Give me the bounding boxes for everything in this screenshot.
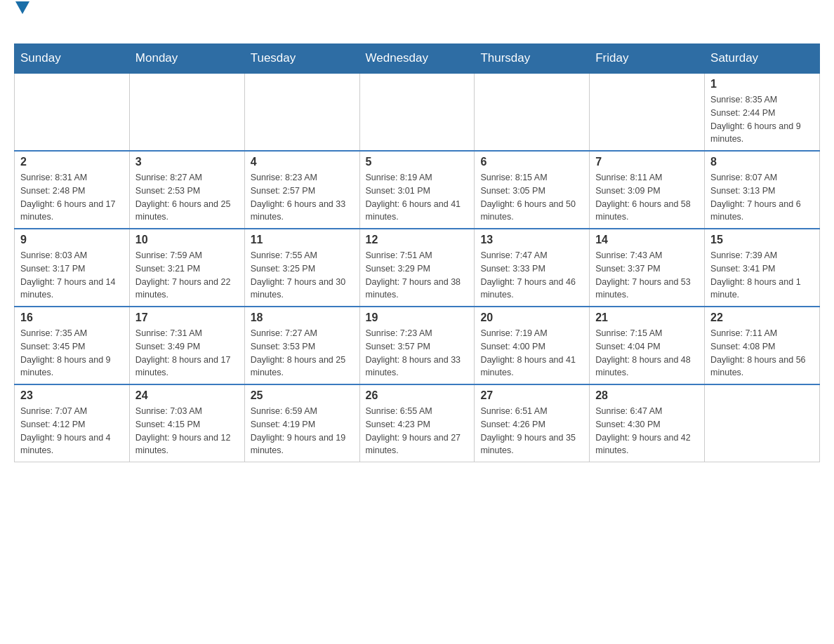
- day-number: 4: [251, 156, 354, 168]
- day-number: 7: [595, 156, 699, 168]
- calendar-cell: [129, 73, 244, 151]
- day-number: 14: [595, 234, 699, 246]
- calendar-cell: 12Sunrise: 7:51 AMSunset: 3:29 PMDayligh…: [359, 229, 475, 307]
- calendar-cell: 22Sunrise: 7:11 AMSunset: 4:08 PMDayligh…: [705, 307, 820, 384]
- day-number: 21: [595, 311, 699, 324]
- day-info: Sunrise: 7:55 AMSunset: 3:25 PMDaylight:…: [251, 249, 354, 302]
- day-number: 28: [595, 389, 699, 402]
- calendar-cell: 14Sunrise: 7:43 AMSunset: 3:37 PMDayligh…: [590, 229, 705, 307]
- calendar-cell: 9Sunrise: 8:03 AMSunset: 3:17 PMDaylight…: [15, 229, 130, 307]
- day-info: Sunrise: 8:27 AMSunset: 2:53 PMDaylight:…: [135, 171, 239, 224]
- day-number: 22: [710, 311, 814, 324]
- weekday-header-row: SundayMondayTuesdayWednesdayThursdayFrid…: [15, 44, 820, 74]
- day-info: Sunrise: 7:47 AMSunset: 3:33 PMDaylight:…: [480, 249, 583, 302]
- day-number: 19: [366, 311, 469, 324]
- calendar-cell: 11Sunrise: 7:55 AMSunset: 3:25 PMDayligh…: [244, 229, 359, 307]
- day-info: Sunrise: 7:07 AMSunset: 4:12 PMDaylight:…: [20, 405, 124, 457]
- day-info: Sunrise: 6:59 AMSunset: 4:19 PMDaylight:…: [251, 405, 354, 457]
- calendar-cell: 15Sunrise: 7:39 AMSunset: 3:41 PMDayligh…: [705, 229, 820, 307]
- week-row-3: 9Sunrise: 8:03 AMSunset: 3:17 PMDaylight…: [15, 229, 820, 307]
- day-info: Sunrise: 7:15 AMSunset: 4:04 PMDaylight:…: [595, 327, 699, 380]
- day-info: Sunrise: 8:03 AMSunset: 3:17 PMDaylight:…: [20, 249, 124, 302]
- calendar-cell: 27Sunrise: 6:51 AMSunset: 4:26 PMDayligh…: [475, 384, 590, 462]
- day-number: 8: [710, 156, 814, 168]
- calendar-cell: 25Sunrise: 6:59 AMSunset: 4:19 PMDayligh…: [244, 384, 359, 462]
- day-info: Sunrise: 7:35 AMSunset: 3:45 PMDaylight:…: [20, 327, 124, 380]
- week-row-5: 23Sunrise: 7:07 AMSunset: 4:12 PMDayligh…: [15, 384, 820, 462]
- week-row-2: 2Sunrise: 8:31 AMSunset: 2:48 PMDaylight…: [15, 151, 820, 229]
- calendar-cell: [359, 73, 475, 151]
- logo: [14, 14, 29, 36]
- logo-blue-text: [14, 14, 29, 36]
- day-info: Sunrise: 7:59 AMSunset: 3:21 PMDaylight:…: [135, 249, 239, 302]
- calendar-cell: 13Sunrise: 7:47 AMSunset: 3:33 PMDayligh…: [475, 229, 590, 307]
- calendar-cell: 21Sunrise: 7:15 AMSunset: 4:04 PMDayligh…: [590, 307, 705, 384]
- calendar-cell: 23Sunrise: 7:07 AMSunset: 4:12 PMDayligh…: [15, 384, 130, 462]
- day-info: Sunrise: 7:27 AMSunset: 3:53 PMDaylight:…: [251, 327, 354, 380]
- weekday-header-thursday: Thursday: [475, 44, 590, 74]
- calendar-cell: 10Sunrise: 7:59 AMSunset: 3:21 PMDayligh…: [129, 229, 244, 307]
- day-info: Sunrise: 7:23 AMSunset: 3:57 PMDaylight:…: [366, 327, 469, 380]
- day-number: 18: [251, 311, 354, 324]
- calendar-cell: [590, 73, 705, 151]
- day-number: 25: [251, 389, 354, 402]
- week-row-4: 16Sunrise: 7:35 AMSunset: 3:45 PMDayligh…: [15, 307, 820, 384]
- day-number: 3: [135, 156, 239, 168]
- day-info: Sunrise: 8:19 AMSunset: 3:01 PMDaylight:…: [366, 171, 469, 224]
- calendar-cell: 18Sunrise: 7:27 AMSunset: 3:53 PMDayligh…: [244, 307, 359, 384]
- day-number: 26: [366, 389, 469, 402]
- day-number: 20: [480, 311, 583, 324]
- day-info: Sunrise: 8:23 AMSunset: 2:57 PMDaylight:…: [251, 171, 354, 224]
- day-info: Sunrise: 6:47 AMSunset: 4:30 PMDaylight:…: [595, 405, 699, 457]
- day-number: 9: [20, 234, 124, 246]
- day-number: 12: [366, 234, 469, 246]
- weekday-header-wednesday: Wednesday: [359, 44, 475, 74]
- page-header: [14, 14, 820, 36]
- day-number: 15: [710, 234, 814, 246]
- calendar-cell: 17Sunrise: 7:31 AMSunset: 3:49 PMDayligh…: [129, 307, 244, 384]
- calendar-cell: 5Sunrise: 8:19 AMSunset: 3:01 PMDaylight…: [359, 151, 475, 229]
- day-number: 2: [20, 156, 124, 168]
- day-info: Sunrise: 6:51 AMSunset: 4:26 PMDaylight:…: [480, 405, 583, 457]
- day-info: Sunrise: 7:31 AMSunset: 3:49 PMDaylight:…: [135, 327, 239, 380]
- week-row-1: 1Sunrise: 8:35 AMSunset: 2:44 PMDaylight…: [15, 73, 820, 151]
- day-number: 24: [135, 389, 239, 402]
- calendar-cell: 24Sunrise: 7:03 AMSunset: 4:15 PMDayligh…: [129, 384, 244, 462]
- logo-triangle-icon: [15, 1, 29, 36]
- day-info: Sunrise: 8:11 AMSunset: 3:09 PMDaylight:…: [595, 171, 699, 224]
- calendar-cell: [15, 73, 130, 151]
- day-info: Sunrise: 8:15 AMSunset: 3:05 PMDaylight:…: [480, 171, 583, 224]
- day-number: 16: [20, 311, 124, 324]
- calendar-cell: 8Sunrise: 8:07 AMSunset: 3:13 PMDaylight…: [705, 151, 820, 229]
- calendar-cell: 1Sunrise: 8:35 AMSunset: 2:44 PMDaylight…: [705, 73, 820, 151]
- weekday-header-sunday: Sunday: [15, 44, 130, 74]
- day-number: 1: [710, 78, 814, 90]
- calendar-cell: 26Sunrise: 6:55 AMSunset: 4:23 PMDayligh…: [359, 384, 475, 462]
- calendar-cell: 3Sunrise: 8:27 AMSunset: 2:53 PMDaylight…: [129, 151, 244, 229]
- calendar-cell: [475, 73, 590, 151]
- weekday-header-monday: Monday: [129, 44, 244, 74]
- weekday-header-tuesday: Tuesday: [244, 44, 359, 74]
- day-info: Sunrise: 7:43 AMSunset: 3:37 PMDaylight:…: [595, 249, 699, 302]
- day-info: Sunrise: 7:03 AMSunset: 4:15 PMDaylight:…: [135, 405, 239, 457]
- calendar-cell: 28Sunrise: 6:47 AMSunset: 4:30 PMDayligh…: [590, 384, 705, 462]
- calendar-cell: 4Sunrise: 8:23 AMSunset: 2:57 PMDaylight…: [244, 151, 359, 229]
- day-info: Sunrise: 8:35 AMSunset: 2:44 PMDaylight:…: [710, 93, 814, 146]
- day-number: 5: [366, 156, 469, 168]
- day-info: Sunrise: 7:39 AMSunset: 3:41 PMDaylight:…: [710, 249, 814, 302]
- day-info: Sunrise: 8:31 AMSunset: 2:48 PMDaylight:…: [20, 171, 124, 224]
- day-number: 17: [135, 311, 239, 324]
- calendar-cell: 19Sunrise: 7:23 AMSunset: 3:57 PMDayligh…: [359, 307, 475, 384]
- day-number: 13: [480, 234, 583, 246]
- day-info: Sunrise: 6:55 AMSunset: 4:23 PMDaylight:…: [366, 405, 469, 457]
- day-number: 6: [480, 156, 583, 168]
- day-number: 10: [135, 234, 239, 246]
- day-info: Sunrise: 7:11 AMSunset: 4:08 PMDaylight:…: [710, 327, 814, 380]
- calendar-cell: 7Sunrise: 8:11 AMSunset: 3:09 PMDaylight…: [590, 151, 705, 229]
- calendar-cell: [705, 384, 820, 462]
- day-info: Sunrise: 8:07 AMSunset: 3:13 PMDaylight:…: [710, 171, 814, 224]
- day-number: 27: [480, 389, 583, 402]
- weekday-header-friday: Friday: [590, 44, 705, 74]
- calendar-cell: 6Sunrise: 8:15 AMSunset: 3:05 PMDaylight…: [475, 151, 590, 229]
- day-info: Sunrise: 7:51 AMSunset: 3:29 PMDaylight:…: [366, 249, 469, 302]
